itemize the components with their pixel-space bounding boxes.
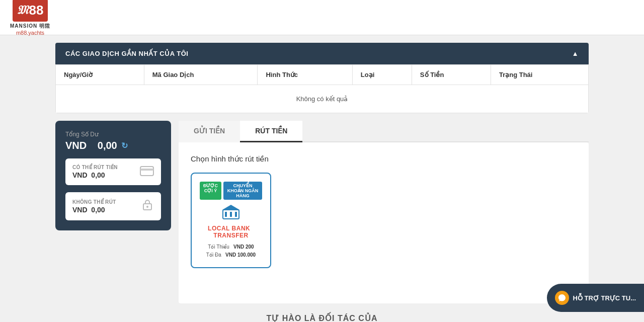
tab-content-rut-tien: Chọn hình thức rút tiền ĐƯỢC CỢI Ý CHUYỂ…	[179, 142, 589, 303]
transactions-header: CÁC GIAO DỊCH GẦN NHẤT CỦA TÔI ▲	[55, 43, 589, 64]
non-withdrawable-icon	[141, 198, 154, 214]
support-chat-icon	[555, 291, 569, 305]
transactions-table: Ngày/Giờ Mã Giao Dịch Hình Thức Loại Số …	[55, 64, 589, 113]
svg-rect-1	[140, 169, 153, 171]
balance-value: 0,00	[98, 140, 117, 151]
balance-label: Tổng Số Dư	[65, 131, 161, 138]
logo-m-letter: 𝔐	[17, 4, 28, 17]
badges-row: ĐƯỢC CỢI Ý CHUYỂN KHOẢN NGÂN HÀNG	[200, 182, 262, 200]
tab-rut-tien[interactable]: RÚT TIỀN	[240, 121, 302, 142]
transactions-section: CÁC GIAO DỊCH GẦN NHẤT CỦA TÔI ▲ Ngày/Gi…	[55, 43, 589, 113]
tabs-section: GỬI TIỀN RÚT TIỀN Chọn hình thức rút tiề…	[179, 121, 589, 303]
withdraw-section-title: Chọn hình thức rút tiền	[191, 154, 577, 164]
table-row: Không có kết quả	[56, 85, 589, 113]
balance-card: Tổng Số Dư VND 0,00 ↻ CÓ THỂ RÚT TIỀN VN…	[55, 121, 171, 230]
logo-url: m88.yachts	[16, 30, 44, 36]
svg-rect-7	[235, 212, 237, 217]
support-label: HỖ TRỢ TRỰC TU...	[573, 294, 636, 302]
withdrawable-card: CÓ THỂ RÚT TIỀN VND 0,00	[65, 158, 161, 185]
withdrawable-info: CÓ THỂ RÚT TIỀN VND 0,00	[72, 165, 118, 179]
col-amount: Số Tiền	[412, 65, 491, 85]
table-header-row: Ngày/Giờ Mã Giao Dịch Hình Thức Loại Số …	[56, 65, 589, 85]
header: 𝔐 88 MANSION 明陞 m88.yachts	[0, 0, 644, 35]
svg-rect-0	[140, 167, 153, 176]
col-id: Mã Giao Dịch	[144, 65, 258, 85]
live-support-button[interactable]: HỖ TRỢ TRỰC TU...	[547, 284, 644, 312]
logo-88: 88	[29, 3, 44, 18]
refresh-icon[interactable]: ↻	[121, 141, 128, 150]
non-withdrawable-amount: VND 0,00	[72, 206, 116, 214]
svg-rect-6	[230, 212, 232, 217]
withdrawable-label: CÓ THỂ RÚT TIỀN	[72, 165, 118, 170]
col-status: Trạng Thái	[491, 65, 588, 85]
bank-name: LOCAL BANK TRANSFER	[200, 225, 262, 239]
tabs-bar: GỬI TIỀN RÚT TIỀN	[179, 121, 589, 142]
badge-bank-transfer: CHUYỂN KHOẢN NGÂN HÀNG	[223, 182, 262, 200]
svg-point-3	[146, 206, 148, 208]
col-date: Ngày/Giờ	[56, 65, 144, 85]
tab-gui-tien[interactable]: GỬI TIỀN	[179, 121, 240, 142]
main-content: CÁC GIAO DỊCH GẦN NHẤT CỦA TÔI ▲ Ngày/Gi…	[45, 35, 599, 322]
non-withdrawable-card: KHÔNG THỂ RÚT VND 0,00	[65, 192, 161, 220]
balance-amount: VND 0,00 ↻	[65, 140, 161, 151]
collapse-icon[interactable]: ▲	[572, 50, 579, 57]
withdrawable-amount: VND 0,00	[72, 171, 118, 179]
bank-icon	[200, 205, 262, 222]
payment-option-local-bank[interactable]: ĐƯỢC CỢI Ý CHUYỂN KHOẢN NGÂN HÀNG	[191, 173, 271, 268]
non-withdrawable-info: KHÔNG THỂ RÚT VND 0,00	[72, 199, 116, 214]
svg-marker-8	[222, 205, 239, 210]
col-category: Loại	[352, 65, 412, 85]
logo-mansion-text: MANSION 明陞	[10, 23, 50, 30]
svg-rect-5	[225, 212, 227, 217]
logo[interactable]: 𝔐 88 MANSION 明陞 m88.yachts	[10, 0, 50, 36]
col-type: Hình Thức	[258, 65, 352, 85]
badge-recommended: ĐƯỢC CỢI Ý	[200, 182, 221, 200]
empty-message: Không có kết quả	[56, 85, 589, 113]
footer-text: TỰ HÀO LÀ ĐỐI TÁC CỦA	[55, 303, 589, 322]
balance-currency: VND	[65, 140, 87, 151]
logo-box: 𝔐 88	[13, 0, 48, 22]
bottom-section: Tổng Số Dư VND 0,00 ↻ CÓ THỂ RÚT TIỀN VN…	[55, 121, 589, 303]
withdrawable-icon	[140, 165, 154, 179]
transactions-title: CÁC GIAO DỊCH GẦN NHẤT CỦA TÔI	[65, 50, 188, 57]
payment-limits: Tối Thiểu VND 200 Tối Đa VND 100.000	[200, 243, 262, 259]
non-withdrawable-label: KHÔNG THỂ RÚT	[72, 199, 116, 205]
